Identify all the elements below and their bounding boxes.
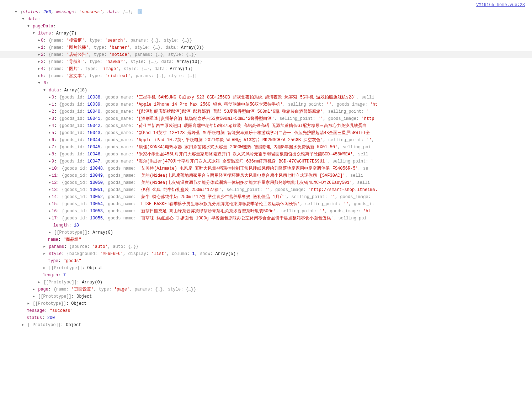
chevron-right-icon[interactable] <box>37 44 41 51</box>
items-row[interactable]: 0: {name: '搜索框', type: 'search', params:… <box>0 37 532 44</box>
goods-row[interactable]: 10: {goods_id: 10048, goods_name: '艾美特(A… <box>0 165 532 172</box>
chevron-down-icon[interactable] <box>37 80 41 87</box>
page-node[interactable]: page: {name: '页面设置', type: 'page', param… <box>0 286 532 293</box>
item6-type: type: "goods" <box>0 257 532 265</box>
goods-row[interactable]: 17: {goods_id: 10055, goods_name: '百草味 糕… <box>0 215 532 222</box>
chevron-right-icon[interactable] <box>37 58 41 65</box>
chevron-right-icon[interactable] <box>48 101 52 108</box>
root-summary[interactable]: {status: 200, message: 'success', data: … <box>0 9 532 16</box>
chevron-right-icon[interactable] <box>48 179 52 186</box>
chevron-right-icon[interactable] <box>48 115 52 122</box>
item6-data-node[interactable]: data: Array(18) <box>0 87 532 94</box>
chevron-right-icon[interactable] <box>48 201 52 208</box>
item6-proto[interactable]: [[Prototype]]: Object <box>0 265 532 272</box>
goods-row[interactable]: 9: {goods_id: 10047, goods_name: '海尔(Hai… <box>0 158 532 165</box>
item6-params[interactable]: params: {source: 'auto', auto: {…}} <box>0 243 532 250</box>
chevron-down-icon[interactable] <box>14 9 18 16</box>
goods-row[interactable]: 2: {goods_id: 10040, goods_name: '[郎酒旗舰店… <box>0 108 532 115</box>
chevron-right-icon[interactable] <box>43 250 46 257</box>
goods-row[interactable]: 4: {goods_id: 10042, goods_name: '荷仕兰新西兰… <box>0 122 532 129</box>
goods-row[interactable]: 16: {goods_id: 10053, goods_name: '新茶日照充… <box>0 208 532 215</box>
chevron-right-icon[interactable] <box>32 293 36 300</box>
chevron-right-icon[interactable] <box>37 65 41 73</box>
chevron-right-icon[interactable] <box>48 186 52 193</box>
data-proto[interactable]: [[Prototype]]: Object <box>0 300 532 307</box>
chevron-right-icon[interactable] <box>48 137 52 144</box>
pagedata-proto[interactable]: [[Prototype]]: Object <box>0 293 532 300</box>
goods-row[interactable]: 3: {goods_id: 10041, goods_name: '[酒别重逢]… <box>0 115 532 122</box>
status-node: status: 200 <box>0 314 532 321</box>
chevron-right-icon[interactable] <box>48 151 52 158</box>
goods-row[interactable]: 5: {goods_id: 10043, goods_name: '新Pad 1… <box>0 129 532 137</box>
info-icon[interactable]: i <box>138 9 142 14</box>
item6-style[interactable]: style: {background: '#F6F6F6', display: … <box>0 250 532 257</box>
chevron-down-icon[interactable] <box>32 30 36 37</box>
chevron-right-icon[interactable] <box>43 265 46 272</box>
chevron-down-icon[interactable] <box>27 23 30 30</box>
source-link-row: VM19165 home.vue:23 <box>0 1 532 9</box>
chevron-right-icon[interactable] <box>43 243 46 250</box>
item6-length: length: 18 <box>0 222 532 229</box>
chevron-down-icon[interactable] <box>21 16 25 23</box>
goods-row[interactable]: 0: {goods_id: 10038, goods_name: '三星手机 S… <box>0 94 532 101</box>
chevron-right-icon[interactable] <box>48 129 52 137</box>
goods-row[interactable]: 12: {goods_id: 10050, goods_name: '美的(Mi… <box>0 179 532 186</box>
source-link[interactable]: VM19165 home.vue:23 <box>476 2 525 7</box>
items-row[interactable]: 1: {name: '图片轮播', type: 'banner', style:… <box>0 44 532 51</box>
goods-row[interactable]: 8: {goods_id: 10046, goods_name: '米家小米出品… <box>0 151 532 158</box>
goods-row[interactable]: 7: {goods_id: 10045, goods_name: '康佳(KON… <box>0 144 532 151</box>
chevron-right-icon[interactable] <box>48 165 52 172</box>
chevron-right-icon[interactable] <box>37 279 41 286</box>
items-row[interactable]: 2: {name: '店铺公告', type: 'notice', params… <box>0 51 532 58</box>
items-row[interactable]: 5: {name: '富文本', type: 'richText', param… <box>0 73 532 80</box>
root-proto[interactable]: [[Prototype]]: Object <box>0 321 532 329</box>
data-node[interactable]: data: <box>0 16 532 23</box>
items-proto[interactable]: [[Prototype]]: Array(0) <box>0 279 532 286</box>
chevron-right-icon[interactable] <box>37 73 41 80</box>
item6-name: name: "商品组" <box>0 236 532 243</box>
chevron-right-icon[interactable] <box>21 321 25 329</box>
chevron-right-icon[interactable] <box>48 215 52 222</box>
chevron-right-icon[interactable] <box>27 300 30 307</box>
console-output: VM19165 home.vue:23 {status: 200, messag… <box>0 0 532 336</box>
chevron-right-icon[interactable] <box>48 94 52 101</box>
goods-row[interactable]: 6: {goods_id: 10044, goods_name: 'Apple … <box>0 137 532 144</box>
chevron-right-icon[interactable] <box>37 51 41 58</box>
goods-row[interactable]: 11: {goods_id: 10049, goods_name: '美的(Mi… <box>0 172 532 179</box>
chevron-right-icon[interactable] <box>48 193 52 201</box>
item-6-node[interactable]: 6: <box>0 80 532 87</box>
goods-row[interactable]: 15: {goods_id: 10054, goods_name: 'FISH … <box>0 201 532 208</box>
chevron-right-icon[interactable] <box>48 208 52 215</box>
chevron-down-icon[interactable] <box>43 87 46 94</box>
pagedata-node[interactable]: pageData: <box>0 23 532 30</box>
items-node[interactable]: items: Array(7) <box>0 30 532 37</box>
chevron-right-icon[interactable] <box>48 108 52 115</box>
chevron-right-icon[interactable] <box>32 286 36 293</box>
goods-row[interactable]: 1: {goods_id: 10039, goods_name: 'Apple … <box>0 101 532 108</box>
message-node: message: "success" <box>0 307 532 314</box>
chevron-right-icon[interactable] <box>48 122 52 129</box>
chevron-right-icon[interactable] <box>48 229 52 236</box>
chevron-right-icon[interactable] <box>48 144 52 151</box>
items-row[interactable]: 3: {name: '导航组', type: 'navBar', style: … <box>0 58 532 65</box>
chevron-right-icon[interactable] <box>48 158 52 165</box>
items-row[interactable]: 4: {name: '图片', type: 'image', style: {…… <box>0 65 532 73</box>
chevron-right-icon[interactable] <box>37 37 41 44</box>
goods-row[interactable]: 14: {goods_id: 10052, goods_name: '蒙牛 特仑… <box>0 193 532 201</box>
items-length: length: 7 <box>0 272 532 279</box>
goods-row[interactable]: 13: {goods_id: 10051, goods_name: '伊利 金典… <box>0 186 532 193</box>
chevron-right-icon[interactable] <box>48 172 52 179</box>
item6-data-proto[interactable]: [[Prototype]]: Array(0) <box>0 229 532 236</box>
